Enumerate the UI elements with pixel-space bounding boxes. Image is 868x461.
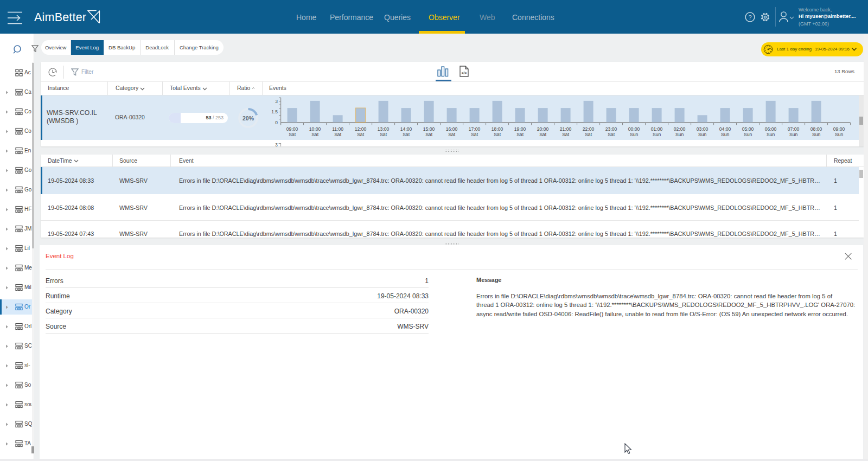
svg-text:01:00: 01:00 [651, 126, 663, 132]
svg-text:Sun: Sun [721, 132, 730, 137]
svg-text:Sun: Sun [789, 132, 798, 137]
svg-text:10:00: 10:00 [309, 126, 321, 132]
svg-text:Sat: Sat [403, 132, 410, 137]
svg-text:20:00: 20:00 [537, 126, 549, 132]
svg-text:16:00: 16:00 [446, 126, 458, 132]
svg-text:3: 3 [275, 142, 278, 146]
svg-text:05:00: 05:00 [742, 126, 754, 132]
svg-text:20%: 20% [242, 115, 254, 121]
svg-text:3: 3 [275, 99, 278, 104]
svg-text:23:00: 23:00 [605, 126, 617, 132]
svg-text:1.5: 1.5 [271, 109, 278, 114]
svg-text:Sat: Sat [516, 132, 524, 137]
svg-text:03:00: 03:00 [697, 126, 709, 132]
svg-text:?: ? [748, 14, 751, 21]
svg-text:07:00: 07:00 [788, 126, 800, 132]
svg-text:06:00: 06:00 [765, 126, 777, 132]
svg-text:Sat: Sat [311, 132, 319, 137]
svg-text:Sun: Sun [835, 132, 844, 137]
svg-text:Sat: Sat [380, 132, 387, 137]
svg-text:18:00: 18:00 [492, 126, 503, 132]
svg-text:21:00: 21:00 [560, 126, 572, 132]
svg-text:19:00: 19:00 [514, 126, 526, 132]
svg-text:15:00: 15:00 [423, 126, 435, 132]
svg-text:09:00: 09:00 [286, 126, 298, 132]
svg-text:Sun: Sun [653, 132, 661, 137]
svg-text:Sat: Sat [562, 132, 570, 137]
svg-text:09:00: 09:00 [833, 126, 845, 132]
svg-text:Sat: Sat [539, 132, 547, 137]
svg-text:17:00: 17:00 [469, 126, 481, 132]
svg-text:Sat: Sat [425, 132, 433, 137]
svg-text:Sun: Sun [812, 132, 821, 137]
svg-text:Sun: Sun [675, 132, 684, 137]
svg-text:Sun: Sun [767, 132, 775, 137]
svg-text:Sat: Sat [471, 132, 478, 137]
svg-text:Sat: Sat [334, 132, 342, 137]
svg-text:14:00: 14:00 [400, 126, 412, 132]
svg-text:Sat: Sat [448, 132, 456, 137]
svg-text:Sat: Sat [357, 132, 365, 137]
svg-text:04:00: 04:00 [719, 126, 731, 132]
svg-text:13:00: 13:00 [378, 126, 390, 132]
svg-text:08:00: 08:00 [810, 126, 822, 132]
svg-text:00:00: 00:00 [628, 126, 640, 132]
svg-text:Sat: Sat [494, 132, 501, 137]
svg-text:0: 0 [275, 120, 278, 125]
svg-text:Sat: Sat [289, 132, 296, 137]
svg-text:Sat: Sat [585, 132, 592, 137]
svg-text:12:00: 12:00 [355, 126, 367, 132]
svg-text:02:00: 02:00 [674, 126, 686, 132]
svg-text:Sun: Sun [698, 132, 707, 137]
svg-text:11:00: 11:00 [332, 126, 343, 132]
svg-text:Sun: Sun [630, 132, 639, 137]
svg-text:Sun: Sun [744, 132, 752, 137]
svg-text:22:00: 22:00 [583, 126, 595, 132]
svg-text:Sat: Sat [608, 132, 615, 137]
svg-text:</>: </> [461, 71, 467, 75]
